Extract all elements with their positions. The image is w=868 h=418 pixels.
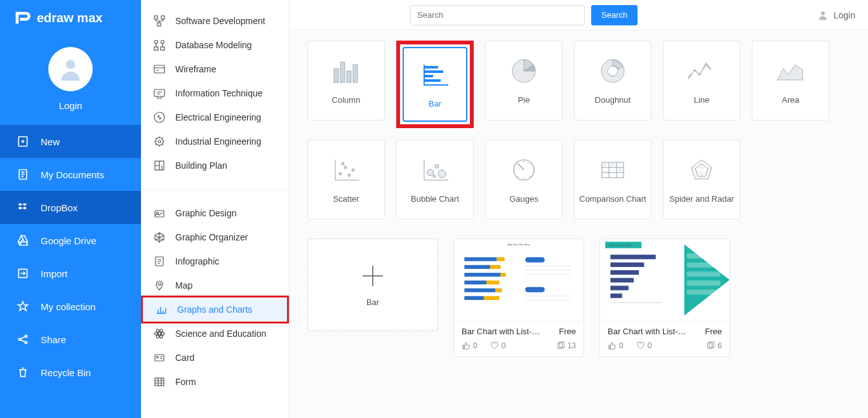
document-icon	[17, 168, 29, 181]
template-new-bar[interactable]: Bar	[307, 238, 438, 331]
svg-rect-7	[154, 16, 157, 19]
template-meta: Bar Chart with List-A... Free	[600, 322, 730, 339]
svg-rect-51	[464, 258, 497, 261]
svg-point-29	[157, 356, 159, 358]
template-meta: Bar Chart with List-Pa... Free	[454, 322, 584, 339]
category-map[interactable]: Map	[141, 273, 289, 297]
bar-icon	[418, 61, 452, 89]
chart-type-column[interactable]: Column	[307, 41, 385, 121]
sidebar-item-share[interactable]: Share	[0, 323, 141, 356]
svg-rect-12	[154, 47, 158, 50]
template-name: Bar Chart with List-A...	[608, 327, 690, 336]
template-copies[interactable]: 13	[556, 341, 576, 350]
edraw-logo-icon	[13, 9, 30, 27]
category-wireframe[interactable]: Wireframe	[141, 57, 289, 81]
svg-point-41	[348, 174, 351, 176]
category-database-modeling[interactable]: Database Modeling	[141, 33, 289, 57]
svg-point-10	[155, 41, 158, 44]
svg-rect-83	[687, 271, 721, 277]
chart-type-bar[interactable]: Bar	[403, 47, 467, 122]
chart-type-label: Column	[332, 95, 361, 105]
template-like[interactable]: 0	[608, 341, 624, 350]
chart-type-doughnut[interactable]: Doughnut	[574, 41, 651, 121]
chart-type-gauges[interactable]: Gauges	[485, 140, 563, 219]
sidebar-item-my-documents[interactable]: My Documents	[0, 158, 141, 191]
sidebar-item-dropbox[interactable]: DropBox	[0, 191, 141, 224]
template-copies[interactable]: 6	[706, 341, 722, 350]
category-electrical-engineering[interactable]: Electrical Engineering	[141, 105, 289, 129]
user-icon	[57, 55, 84, 83]
svg-point-0	[66, 60, 76, 69]
svg-rect-28	[155, 355, 164, 361]
chart-type-line[interactable]: Line	[663, 41, 740, 121]
svg-point-43	[352, 169, 354, 171]
category-graphs-and-charts[interactable]: Graphs and Charts	[141, 296, 289, 323]
category-software-development[interactable]: Software Development	[141, 9, 289, 33]
template-like[interactable]: 0	[462, 341, 477, 350]
svg-rect-58	[486, 281, 499, 285]
chart-type-label: Line	[694, 95, 710, 105]
svg-rect-54	[490, 265, 500, 269]
template-heart[interactable]: 0	[636, 341, 652, 350]
template-card[interactable]: Add Your Title Here	[599, 238, 730, 357]
sidebar-item-google-drive[interactable]: Google Drive	[0, 224, 141, 257]
category-form[interactable]: Form	[141, 370, 289, 394]
topbar-login[interactable]: Login	[817, 10, 855, 21]
template-heart[interactable]: 0	[490, 341, 506, 350]
scatter-icon	[329, 156, 363, 184]
share-icon	[17, 333, 29, 346]
sidebar-item-label: My collection	[41, 301, 96, 312]
chart-type-bubble[interactable]: Bubble Chart	[396, 140, 474, 219]
category-graphic-organizer[interactable]: Graphic Organizer	[141, 225, 289, 249]
template-thumbnail: Add Your Title Here	[454, 239, 584, 322]
svg-point-47	[433, 175, 436, 178]
chart-type-spider-radar[interactable]: Spider and Radar	[663, 140, 740, 219]
template-card[interactable]: Add Your Title Here	[453, 238, 584, 357]
avatar-section[interactable]: Login	[0, 36, 141, 125]
svg-point-23	[158, 283, 161, 285]
chart-type-area[interactable]: Area	[752, 41, 829, 121]
svg-rect-14	[154, 65, 164, 73]
category-card[interactable]: Card	[141, 346, 289, 370]
sidebar-item-new[interactable]: New	[0, 125, 141, 158]
avatar	[48, 47, 93, 91]
chart-type-label: Doughnut	[595, 95, 631, 105]
category-label: Industrial Engineering	[175, 136, 261, 147]
template-row: Bar Add Your Title Here	[307, 238, 850, 357]
chart-type-scatter[interactable]: Scatter	[307, 140, 385, 219]
category-building-plan[interactable]: Building Plan	[141, 153, 289, 178]
category-industrial-engineering[interactable]: Industrial Engineering	[141, 129, 289, 153]
building-icon	[154, 160, 165, 171]
sidebar-item-recycle-bin[interactable]: Recycle Bin	[0, 356, 141, 389]
svg-point-11	[161, 41, 164, 44]
svg-rect-62	[484, 296, 499, 300]
sidebar-item-label: Share	[41, 334, 66, 345]
category-information-technique[interactable]: Information Technique	[141, 81, 289, 105]
category-label: Form	[175, 377, 196, 387]
category-graphic-design[interactable]: Graphic Design	[141, 201, 289, 225]
chart-type-comparison[interactable]: Comparison Chart	[574, 140, 651, 219]
template-preview-icon: Add Your Title Here	[600, 239, 730, 322]
search-input[interactable]	[410, 5, 585, 25]
svg-rect-52	[497, 258, 504, 261]
user-icon	[817, 10, 829, 21]
svg-rect-53	[464, 265, 490, 269]
content: Column Bar Pie Doughnut Line	[290, 30, 868, 418]
chart-type-pie[interactable]: Pie	[485, 41, 563, 121]
card-icon	[154, 352, 165, 363]
sidebar-item-my-collection[interactable]: My collection	[0, 290, 141, 323]
svg-point-5	[25, 335, 27, 337]
category-infographic[interactable]: Infographic	[141, 249, 289, 273]
svg-rect-76	[610, 270, 639, 275]
sidebar-item-import[interactable]: Import	[0, 257, 141, 290]
heart-icon	[490, 341, 499, 350]
category-label: Science and Education	[175, 329, 266, 339]
annotation-highlight: Bar	[396, 41, 474, 128]
category-group-1: Software Development Database Modeling W…	[141, 9, 289, 190]
svg-rect-59	[464, 289, 495, 292]
search-button[interactable]: Search	[591, 5, 638, 25]
svg-rect-35	[353, 65, 357, 82]
charts-icon	[156, 304, 167, 315]
svg-rect-79	[610, 294, 622, 298]
category-science-and-education[interactable]: Science and Education	[141, 322, 289, 346]
